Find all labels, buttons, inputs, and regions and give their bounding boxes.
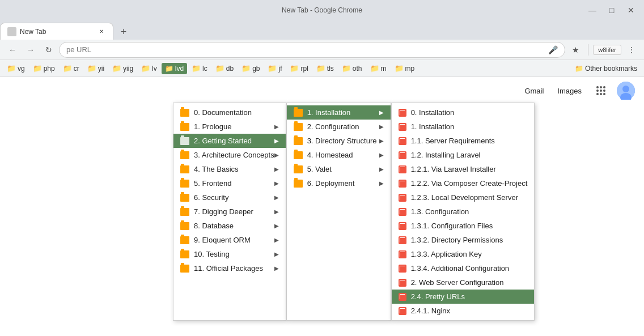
omnibox[interactable]: pe URL 🎤 [59,42,565,58]
bookmark-jf[interactable]: 📁 jf [264,62,285,74]
menu-item-installing-laravel[interactable]: 1.2. Installing Laravel [392,148,535,162]
menu-item-valet[interactable]: 5. Valet ▶ [287,162,391,176]
other-bookmarks-label: Other bookmarks [585,65,637,73]
extension-button[interactable]: w8lifer [593,45,621,55]
menu-item-0-installation[interactable]: 0. Installation [392,105,535,120]
menu-button[interactable]: ⋮ [624,42,639,58]
menu-item-web-server-config[interactable]: 2. Web Server Configuration [392,275,535,290]
back-button[interactable]: ← [5,42,20,58]
menu-item-label: 6. Deployment [307,179,355,188]
menu-item-label: 2. Web Server Configuration [411,278,504,287]
avatar-icon [617,82,635,100]
menu-item-frontend[interactable]: 5. Frontend ▶ [173,176,286,190]
folder-icon [294,165,303,173]
menu-item-installation[interactable]: 1. Installation ▶ [287,105,391,120]
tab-favicon [7,27,16,36]
bookmark-lv[interactable]: 📁 lv [138,62,160,74]
star-button[interactable]: ★ [567,42,583,58]
menu-item-database[interactable]: 8. Database ▶ [173,219,286,233]
menu-item-digging-deeper[interactable]: 7. Digging Deeper ▶ [173,205,286,219]
menu-item-via-installer[interactable]: 1.2.1. Via Laravel Installer [392,162,535,176]
folder-icon [294,109,303,117]
active-tab[interactable]: New Tab ✕ [0,23,113,40]
menu-item-label: 5. Frontend [194,179,232,188]
menu-item-homestead[interactable]: 4. Homestead ▶ [287,148,391,162]
images-link[interactable]: Images [554,85,585,97]
apps-icon [595,85,607,96]
bookmark-vg[interactable]: 📁 vg [3,62,28,74]
maximize-button[interactable]: □ [604,5,619,16]
bookmark-rpl[interactable]: 📁 rpl [286,62,311,74]
menu-item-eloquent[interactable]: 9. Eloquent ORM ▶ [173,233,286,247]
menu-item-1-installation[interactable]: 1. Installation [392,120,535,134]
menu-item-application-key[interactable]: 1.3.3. Application Key [392,247,535,261]
new-tab-button[interactable]: + [116,24,132,40]
laravel-icon [399,194,406,202]
menu-item-nginx[interactable]: 2.4.1. Nginx [392,304,535,318]
menu-item-label: 4. Homestead [307,151,353,159]
content-area: Gmail Images [0,77,644,336]
bookmark-lvd[interactable]: 📁 lvd [162,63,187,74]
folder-icon: 📁 [316,64,325,73]
bookmark-tls[interactable]: 📁 tls [313,62,337,74]
bookmark-mp[interactable]: 📁 mp [391,62,418,74]
folder-icon [294,180,303,188]
chrome-toolbar: ← → ↻ pe URL 🎤 ★ w8lifer ⋮ [0,40,644,60]
menu-item-packages[interactable]: 11. Official Packages ▶ [173,261,286,275]
folder-icon [294,151,303,159]
folder-icon: 📁 [87,64,96,73]
reload-button[interactable]: ↻ [41,42,57,58]
user-avatar[interactable] [617,82,635,100]
arrow-icon: ▶ [379,124,384,130]
other-bookmarks[interactable]: 📁 Other bookmarks [571,63,641,74]
folder-icon: 📁 [7,64,16,73]
tab-close-button[interactable]: ✕ [97,27,106,36]
bookmark-cr[interactable]: 📁 cr [60,62,83,74]
apps-grid-button[interactable] [592,82,610,100]
menu-item-directory-permissions[interactable]: 1.3.2. Directory Permissions [392,233,535,247]
bookmark-php[interactable]: 📁 php [29,62,58,74]
menu-item-pretty-urls[interactable]: 2.4. Pretty URLs [392,290,535,304]
svg-point-8 [603,93,605,95]
gmail-link[interactable]: Gmail [521,85,547,97]
menu-item-configuration[interactable]: 2. Configuration ▶ [287,120,391,134]
menu-item-label: 11. Official Packages [194,264,263,273]
menu-item-directory-structure[interactable]: 3. Directory Structure ▶ [287,134,391,148]
folder-icon [180,250,189,258]
menu-item-basics[interactable]: 4. The Basics ▶ [173,162,286,176]
bookmark-label: vg [18,65,25,73]
menu-item-getting-started[interactable]: 2. Getting Started ▶ [173,134,286,148]
menu-item-config-files[interactable]: 1.3.1. Configuration Files [392,219,535,233]
bookmark-gb[interactable]: 📁 gb [238,62,263,74]
menu-item-label: 1.3. Configuration [411,207,469,216]
arrow-icon: ▶ [274,152,279,158]
menu-item-additional-config[interactable]: 1.3.4. Additional Configuration [392,261,535,275]
folder-icon: 📁 [342,64,351,73]
bookmark-yiig[interactable]: 📁 yiig [109,62,137,74]
menu-item-prologue[interactable]: 1. Prologue ▶ [173,120,286,134]
menu-item-architecture[interactable]: 3. Architecture Concepts ▶ [173,148,286,162]
bookmark-label: mp [405,65,415,73]
menu-item-1-3-configuration[interactable]: 1.3. Configuration [392,205,535,219]
menu-item-security[interactable]: 6. Security ▶ [173,190,286,205]
bookmark-lc[interactable]: 📁 lc [188,62,211,74]
forward-button[interactable]: → [23,42,39,58]
bookmark-label: tls [327,65,334,73]
svg-point-2 [603,86,605,88]
menu-item-deployment[interactable]: 6. Deployment ▶ [287,176,391,190]
bookmark-yii[interactable]: 📁 yii [84,62,108,74]
menu-item-server-requirements[interactable]: 1.1. Server Requirements [392,134,535,148]
bookmark-m[interactable]: 📁 m [367,62,390,74]
bookmark-label: m [381,65,387,73]
menu-item-via-composer[interactable]: 1.2.2. Via Composer Create-Project [392,176,535,190]
mic-icon[interactable]: 🎤 [548,45,558,54]
bookmark-db[interactable]: 📁 db [212,62,237,74]
menu-item-local-dev-server[interactable]: 1.2.3. Local Development Server [392,190,535,205]
menu-item-label: 1.2.2. Via Composer Create-Project [411,179,528,188]
minimize-button[interactable]: — [585,5,600,16]
menu-item-documentation[interactable]: 0. Documentation [173,105,286,120]
svg-point-5 [603,90,605,92]
close-button[interactable]: ✕ [624,5,638,16]
bookmark-oth[interactable]: 📁 oth [338,62,366,74]
menu-item-testing[interactable]: 10. Testing ▶ [173,247,286,261]
